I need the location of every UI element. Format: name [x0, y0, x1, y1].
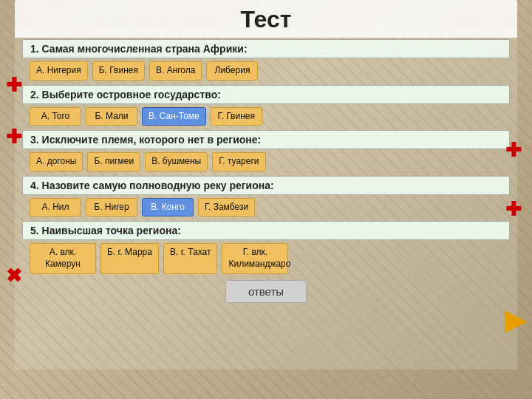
- question-2-answers: А. Того Б. Мали В. Сан-Томе Г. Гвинея: [22, 107, 510, 126]
- q5-answer-d[interactable]: Г. влк. Килиманджаро: [222, 243, 288, 273]
- q1-answer-b[interactable]: Б. Гвинея: [92, 61, 145, 81]
- question-1-label: 1. Самая многочисленная страна Африки:: [22, 39, 510, 58]
- q3-answer-b[interactable]: Б. пигмеи: [87, 152, 140, 171]
- answers-button-container: ответы: [22, 280, 510, 303]
- q1-answer-a[interactable]: А. Нигерия: [30, 61, 88, 81]
- q5-answer-a[interactable]: А. влк. Камерун: [30, 243, 96, 273]
- question-5: 5. Наивысшая точка региона: А. влк. Каме…: [22, 221, 510, 273]
- page-title: Тест: [15, 0, 517, 38]
- question-5-answers: А. влк. Камерун Б. г. Марра В. г. Тахат …: [22, 243, 510, 273]
- question-2-label: 2. Выберите островное государство:: [22, 85, 510, 104]
- q1-answer-c[interactable]: В. Ангола: [149, 61, 202, 81]
- question-3-label: 3. Исключите племя, которого нет в регио…: [22, 130, 510, 149]
- question-4-answers: А. Нил Б. Нигер В. Конго Г. Замбези: [22, 198, 510, 217]
- q2-answer-a[interactable]: А. Того: [30, 107, 81, 126]
- q4-answer-d[interactable]: Г. Замбези: [198, 198, 255, 217]
- question-1: 1. Самая многочисленная страна Африки: А…: [22, 39, 510, 81]
- question-4-label: 4. Назовите самую полноводную реку регио…: [22, 176, 510, 195]
- question-4: 4. Назовите самую полноводную реку регио…: [22, 176, 510, 217]
- plus-icon-q2-left: ✚: [6, 126, 22, 149]
- q4-answer-c[interactable]: В. Конго: [142, 198, 194, 217]
- cross-icon-q4-left: ✖: [6, 265, 22, 287]
- q2-answer-d[interactable]: Г. Гвинея: [211, 107, 262, 126]
- question-2: 2. Выберите островное государство: А. То…: [22, 85, 510, 126]
- q4-answer-a[interactable]: А. Нил: [30, 198, 81, 217]
- q5-answer-b[interactable]: Б. г. Марра: [100, 243, 159, 273]
- q3-answer-c[interactable]: В. бушмены: [145, 152, 208, 171]
- q2-answer-c[interactable]: В. Сан-Томе: [142, 107, 206, 126]
- q5-answer-c[interactable]: В. г. Тахат: [163, 243, 218, 273]
- q4-answer-b[interactable]: Б. Нигер: [86, 198, 137, 217]
- question-3-answers: А. догоны Б. пигмеи В. бушмены Г. туарег…: [22, 152, 510, 171]
- plus-icon-q1-left: ✚: [6, 74, 22, 97]
- q3-answer-a[interactable]: А. догоны: [30, 152, 83, 171]
- q2-answer-b[interactable]: Б. Мали: [86, 107, 137, 126]
- plus-icon-q3-right: ✚: [505, 198, 522, 221]
- plus-icon-q2-right: ✚: [505, 139, 522, 162]
- question-3: 3. Исключите племя, которого нет в регио…: [22, 130, 510, 171]
- q1-answer-d[interactable]: Либерия: [206, 61, 258, 81]
- question-5-label: 5. Наивысшая точка региона:: [22, 221, 510, 240]
- answers-button[interactable]: ответы: [225, 280, 307, 303]
- question-1-answers: А. Нигерия Б. Гвинея В. Ангола Либерия: [22, 61, 510, 81]
- q3-answer-d[interactable]: Г. туареги: [212, 152, 265, 171]
- arrow-right-icon[interactable]: ▶: [505, 304, 528, 334]
